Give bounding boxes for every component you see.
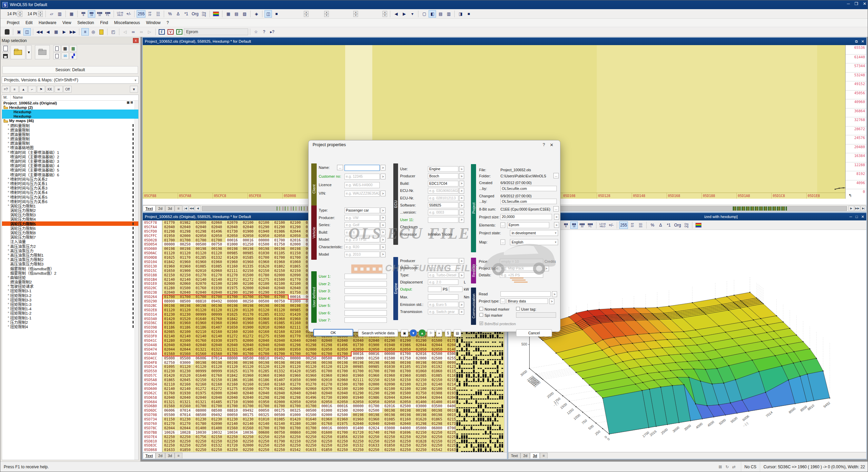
hex-cell[interactable]: 01285 bbox=[257, 369, 272, 373]
hex-cell[interactable]: 02040 bbox=[194, 225, 210, 229]
client-input-0[interactable] bbox=[344, 165, 380, 171]
hex-cell[interactable]: 01120 bbox=[210, 365, 225, 369]
tree-map-item[interactable]: *扭矩限制4 bbox=[2, 324, 138, 329]
hex-cell[interactable]: 01960 bbox=[367, 417, 382, 421]
client-input-2[interactable]: e.g. WES-H4900 bbox=[344, 182, 380, 188]
hex-cell[interactable]: 01760 bbox=[382, 430, 398, 435]
hex-cell[interactable]: 00198 bbox=[430, 408, 446, 413]
hex-cell[interactable]: 01298 bbox=[430, 421, 446, 426]
hex-cell[interactable]: 02250 bbox=[194, 448, 210, 452]
hex-cell[interactable]: 01700 bbox=[304, 404, 320, 408]
hex-cell[interactable]: 02000 bbox=[351, 408, 367, 413]
hex-cell[interactable]: 02140 bbox=[430, 382, 446, 387]
hex-cell[interactable]: 01272 bbox=[194, 387, 210, 391]
hex-cell[interactable]: 02050 bbox=[430, 347, 446, 352]
hex-cell[interactable]: 01700 bbox=[210, 295, 225, 299]
engine-arrow-7[interactable]: > bbox=[459, 309, 464, 315]
hex-cell[interactable]: 01270 bbox=[194, 273, 210, 277]
hex-cell[interactable]: 01700 bbox=[273, 255, 288, 260]
hex-cell[interactable]: 02016 bbox=[414, 352, 430, 356]
hex-cell[interactable]: 01150 bbox=[288, 251, 304, 255]
hex-cell[interactable]: 01230 bbox=[194, 417, 210, 421]
hex-cell[interactable]: 01085 bbox=[210, 264, 225, 269]
reseller-arrow-1[interactable]: > bbox=[544, 266, 549, 271]
hex-cell[interactable]: 00198 bbox=[257, 247, 272, 251]
hex-cell[interactable]: 10032 bbox=[210, 430, 225, 435]
hex-cell[interactable]: 01000 bbox=[225, 242, 241, 247]
hex-cell[interactable]: 01986 bbox=[398, 343, 414, 347]
hex-cell[interactable]: 02250 bbox=[241, 435, 257, 439]
hex-cell[interactable]: 02160 bbox=[257, 382, 272, 387]
hex-cell[interactable]: 02044 bbox=[430, 343, 446, 347]
hex-cell[interactable]: 02090 bbox=[210, 421, 225, 426]
hex-cell[interactable]: 10030 bbox=[194, 430, 210, 435]
hex-cell[interactable]: 02140 bbox=[162, 277, 178, 282]
hex-cell[interactable]: 00016 bbox=[320, 404, 335, 408]
hex-cell[interactable]: 02150 bbox=[257, 269, 272, 273]
hex-cell[interactable]: 02140 bbox=[257, 421, 272, 426]
hex-cell[interactable]: 00198 bbox=[257, 360, 272, 365]
hex-cell[interactable]: 01270 bbox=[178, 421, 194, 426]
hex-cell[interactable]: 02250 bbox=[178, 443, 194, 448]
hex-cell[interactable]: 02044 bbox=[398, 395, 414, 400]
user-input-5[interactable] bbox=[344, 310, 387, 316]
hex-cell[interactable]: 02250 bbox=[367, 439, 382, 444]
hex-cell[interactable]: 00198 bbox=[210, 303, 225, 308]
hex-cell[interactable]: 02250 bbox=[382, 435, 398, 439]
hex-cell[interactable]: 01900 bbox=[367, 343, 382, 347]
hex-cell[interactable]: 01986 bbox=[273, 229, 288, 234]
hex-cell[interactable]: 01600 bbox=[320, 430, 335, 435]
hex-cell[interactable]: 02500 bbox=[430, 356, 446, 360]
hex-cell[interactable]: 01700 bbox=[335, 352, 351, 356]
hex-cell[interactable]: 01298 bbox=[304, 343, 320, 347]
hex-cell[interactable]: 02100 bbox=[210, 281, 225, 286]
hex-cell[interactable]: 02150 bbox=[288, 439, 304, 444]
hex-cell[interactable]: 01186 bbox=[194, 325, 210, 330]
difference-button[interactable]: Δ bbox=[174, 10, 182, 18]
hex-cell[interactable]: 02160 bbox=[288, 330, 304, 334]
hex-cell[interactable]: 02250 bbox=[225, 435, 241, 439]
hex-cell[interactable]: 01650 bbox=[225, 325, 241, 330]
hex-cell[interactable]: 02070 bbox=[320, 387, 335, 391]
hex-cell[interactable]: 01407 bbox=[210, 325, 225, 330]
hex-cell[interactable]: 01298 bbox=[414, 421, 430, 426]
hex-cell[interactable]: 08500 bbox=[241, 356, 257, 360]
hex-cell[interactable]: 01120 bbox=[288, 365, 304, 369]
hex-cell[interactable]: 02040 bbox=[288, 391, 304, 395]
engine-arrow-0[interactable]: > bbox=[459, 258, 464, 264]
hex-cell[interactable]: 02040 bbox=[273, 343, 288, 347]
hex-cell[interactable]: 01700 bbox=[288, 404, 304, 408]
search-next-icon[interactable]: ▷ bbox=[146, 28, 153, 36]
hex-cell[interactable]: 02060 bbox=[304, 387, 320, 391]
hex-cell[interactable]: 02100 bbox=[288, 220, 304, 225]
window-sync-icon[interactable]: ◈ bbox=[253, 10, 260, 18]
hex-cell[interactable]: 00198 bbox=[430, 413, 446, 417]
hex-cell[interactable]: 01982 bbox=[178, 220, 194, 225]
hex-cell[interactable]: 02010 bbox=[257, 325, 272, 330]
hex-cell[interactable]: 01560 bbox=[210, 352, 225, 356]
hex-cell[interactable]: 01500 bbox=[273, 290, 288, 295]
hex-cell[interactable]: 02160 bbox=[241, 330, 257, 334]
hex-cell[interactable]: 01760 bbox=[320, 421, 335, 426]
hex-cell[interactable]: 00985 bbox=[351, 365, 367, 369]
hex-cell[interactable]: 02160 bbox=[225, 330, 241, 334]
hex-cell[interactable]: 00198 bbox=[241, 303, 257, 308]
hex-cell[interactable]: 01270 bbox=[225, 273, 241, 277]
ecu-input-4[interactable]: e.g. 0281012113 bbox=[428, 195, 458, 201]
ecu-arrow-0[interactable]: > bbox=[459, 166, 464, 172]
hex-cell[interactable]: 01496 bbox=[335, 343, 351, 347]
hex-cell[interactable]: 01930 bbox=[210, 338, 225, 343]
hex-cell[interactable]: 02150 bbox=[178, 273, 194, 277]
hex-cell[interactable]: 01120 bbox=[210, 308, 225, 312]
hex-cell[interactable]: 01120 bbox=[194, 308, 210, 312]
hex-cell[interactable]: 01186 bbox=[178, 325, 194, 330]
hex-cell[interactable]: 10028 bbox=[178, 430, 194, 435]
map3d-minimize-icon[interactable]: ─ bbox=[849, 215, 852, 219]
hex-cell[interactable]: 01120 bbox=[162, 308, 178, 312]
hex-cell[interactable]: 03500 bbox=[430, 404, 446, 408]
hex-cell[interactable]: 02140 bbox=[162, 334, 178, 338]
vehicle-arrow-4[interactable]: > bbox=[380, 237, 386, 242]
hex-cell[interactable]: 01120 bbox=[320, 365, 335, 369]
hex-cell[interactable]: 02070 bbox=[225, 220, 241, 225]
dialog-close-button[interactable]: ✕ bbox=[547, 142, 556, 148]
